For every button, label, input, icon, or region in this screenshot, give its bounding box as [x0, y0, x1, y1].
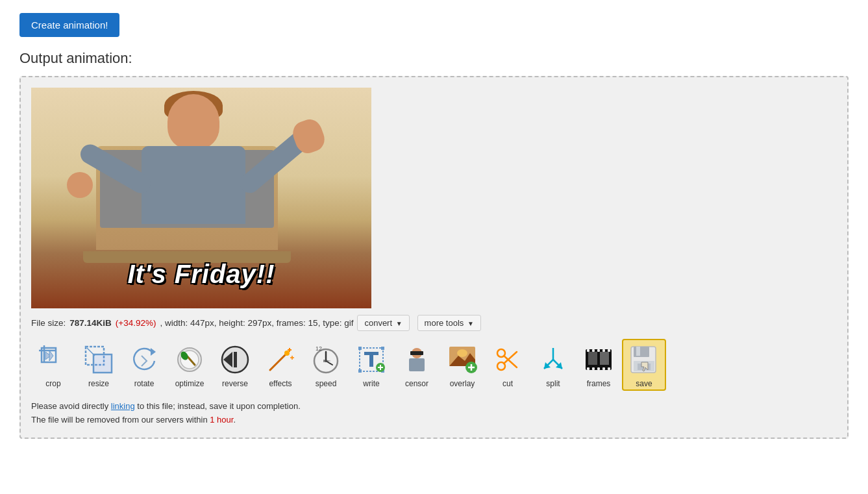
save-icon	[626, 341, 662, 378]
tool-overlay[interactable]: overlay	[440, 339, 484, 391]
svg-line-16	[270, 353, 287, 370]
person-figure	[64, 94, 323, 256]
overlay-icon	[444, 341, 480, 378]
file-size-value: 787.14KiB	[69, 318, 112, 328]
svg-rect-33	[358, 369, 362, 373]
split-label: split	[546, 379, 560, 388]
convert-button[interactable]: convert ▼	[357, 315, 409, 331]
svg-marker-4	[49, 351, 53, 361]
tool-reverse[interactable]: reverse	[213, 339, 257, 391]
effects-label: effects	[269, 379, 291, 388]
svg-text:12: 12	[316, 345, 322, 352]
tool-optimize[interactable]: optimize	[167, 339, 212, 391]
frames-icon	[580, 341, 617, 378]
frames-label: frames	[587, 379, 611, 388]
output-container: It's Friday!! File size: 787.14KiB (+34.…	[19, 76, 849, 439]
file-size-change: (+34.92%)	[116, 318, 156, 328]
reverse-icon	[217, 341, 253, 378]
svg-rect-32	[381, 347, 384, 350]
svg-rect-62	[602, 349, 605, 352]
tool-resize[interactable]: resize	[77, 339, 121, 391]
more-tools-button[interactable]: more tools ▼	[417, 315, 481, 331]
svg-rect-61	[597, 349, 600, 352]
svg-rect-63	[608, 349, 610, 352]
notice-text: Please avoid directly linking to this fi…	[31, 400, 837, 427]
svg-rect-60	[592, 349, 595, 352]
tool-save[interactable]: save	[622, 339, 666, 391]
svg-rect-64	[587, 367, 589, 370]
tool-rotate[interactable]: rotate	[122, 339, 166, 391]
notice-line1-pre: Please avoid directly	[31, 401, 111, 411]
person-head	[167, 94, 219, 149]
svg-rect-59	[587, 349, 589, 352]
tool-censor[interactable]: censor	[395, 339, 439, 391]
file-info-row: File size: 787.14KiB (+34.92%) , width: …	[31, 315, 837, 331]
person-hand-left	[67, 172, 93, 198]
tool-cut[interactable]: cut	[486, 339, 530, 391]
cut-label: cut	[502, 379, 513, 388]
crop-icon	[35, 341, 71, 378]
rotate-icon	[126, 341, 162, 378]
svg-rect-65	[592, 367, 595, 370]
split-icon	[535, 341, 571, 378]
file-info: File size: 787.14KiB (+34.92%) , width: …	[31, 315, 837, 331]
tool-split[interactable]: split	[531, 339, 575, 391]
svg-rect-71	[636, 347, 640, 356]
convert-chevron-icon: ▼	[396, 320, 403, 327]
gif-text-overlay: It's Friday!!	[31, 260, 371, 289]
tool-crop[interactable]: crop	[31, 339, 75, 391]
write-label: write	[363, 379, 379, 388]
notice-line2-pre: The file will be removed from our server…	[31, 415, 210, 425]
notice-line1-mid: to this file; instead, save it upon comp…	[135, 401, 301, 411]
notice-highlight: 1 hour	[210, 415, 233, 425]
speed-icon: 12	[308, 341, 344, 378]
censor-label: censor	[405, 379, 428, 388]
save-label: save	[636, 379, 652, 388]
write-icon	[353, 341, 390, 378]
resize-label: resize	[88, 379, 109, 388]
notice-line2-post: .	[233, 415, 236, 425]
svg-rect-58	[600, 352, 609, 365]
svg-line-7	[87, 348, 95, 356]
svg-rect-6	[93, 354, 112, 373]
svg-rect-57	[588, 352, 597, 365]
overlay-label: overlay	[450, 379, 475, 388]
svg-rect-66	[597, 367, 600, 370]
svg-rect-30	[369, 355, 373, 367]
file-dimensions: , width: 447px, height: 297px, frames: 1…	[160, 318, 353, 328]
crop-label: crop	[45, 379, 60, 388]
gif-preview: It's Friday!!	[31, 88, 371, 308]
file-size-label: File size:	[31, 318, 66, 328]
tool-write[interactable]: write	[349, 339, 393, 391]
svg-marker-8	[151, 348, 156, 356]
tool-effects[interactable]: effects	[258, 339, 303, 391]
tools-row: crop resize	[31, 339, 837, 391]
more-tools-chevron-icon: ▼	[467, 320, 474, 327]
svg-rect-40	[410, 351, 423, 355]
svg-rect-29	[364, 352, 378, 355]
optimize-label: optimize	[175, 379, 205, 388]
svg-rect-31	[358, 347, 362, 350]
cut-icon	[490, 341, 526, 378]
svg-rect-70	[634, 347, 649, 357]
resize-icon	[81, 341, 117, 378]
speed-label: speed	[316, 379, 337, 388]
rotate-label: rotate	[134, 379, 155, 388]
svg-rect-67	[602, 367, 605, 370]
tool-speed[interactable]: 12 speed	[304, 339, 348, 391]
create-animation-button[interactable]: Create animation!	[19, 13, 119, 37]
notice-link[interactable]: linking	[111, 401, 135, 411]
output-title: Output animation:	[19, 50, 849, 67]
svg-point-17	[284, 351, 290, 356]
effects-icon	[262, 341, 299, 378]
svg-rect-68	[608, 367, 610, 370]
tool-frames[interactable]: frames	[577, 339, 621, 391]
svg-rect-39	[409, 358, 425, 371]
svg-rect-15	[234, 352, 237, 367]
page-wrapper: Create animation! Output animation:	[0, 0, 868, 452]
optimize-icon	[171, 341, 208, 378]
person-body	[142, 146, 245, 224]
svg-point-42	[457, 349, 467, 357]
reverse-label: reverse	[222, 379, 248, 388]
censor-icon	[399, 341, 435, 378]
